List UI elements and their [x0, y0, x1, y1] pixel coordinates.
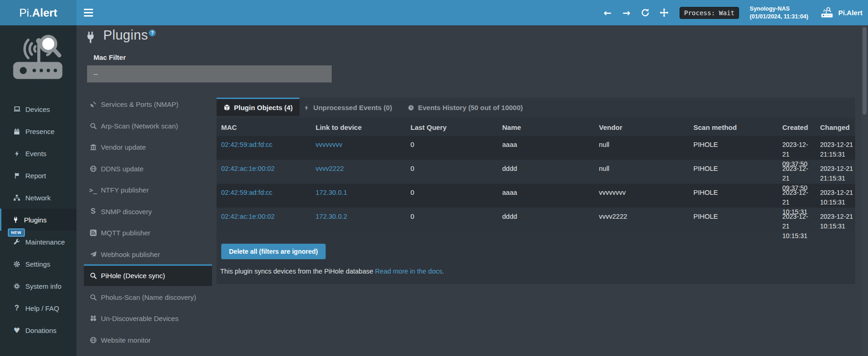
topbar-brand-text: Pi.Alert	[838, 9, 862, 17]
device-link[interactable]: 172.30.0.1	[316, 189, 347, 196]
plugin-nav-snmp-discovery[interactable]: S SNMP discovery	[84, 200, 212, 222]
tab-label: Plugin Objects (4)	[234, 104, 293, 111]
plugin-nav-label: DDNS update	[101, 165, 144, 173]
search-icon	[88, 123, 98, 129]
sidebar-toggle-icon[interactable]	[76, 0, 100, 25]
mac-filter-input[interactable]	[87, 65, 332, 82]
sidebar-item-label: System info	[25, 282, 61, 290]
device-link[interactable]: vvvv2222	[316, 165, 344, 172]
sidebar-item-label: Help / FAQ	[25, 304, 59, 312]
sidebar-item-events[interactable]: Events	[0, 142, 76, 164]
help-badge-icon[interactable]: ?	[149, 29, 156, 36]
mac-link[interactable]: 02:42:ac:1e:00:02	[221, 165, 275, 172]
mac-link[interactable]: 02:42:ac:1e:00:02	[221, 213, 275, 220]
mac-link[interactable]: 02:42:59:ad:fd:cc	[221, 189, 272, 196]
wrench-icon	[13, 239, 21, 245]
plugin-nav-ddns-update[interactable]: DDNS update	[84, 158, 212, 179]
col-mac: MAC	[217, 123, 311, 131]
plugin-nav-arp-scan[interactable]: Arp-Scan (Network scan)	[84, 115, 212, 136]
mac-link[interactable]: 02:42:59:ad:fd:cc	[221, 141, 272, 148]
page-scrollbar	[861, 25, 868, 356]
col-created: Created	[779, 123, 816, 131]
plugin-nav-services-ports[interactable]: Services & Ports (NMAP)	[84, 93, 212, 115]
delete-all-button[interactable]: Delete all (filters are ignored)	[221, 244, 326, 259]
sidebar-item-presence[interactable]: Presence	[0, 120, 76, 142]
table-row: 02:42:59:ad:fd:cc 172.30.0.1 0 aaaa vvvv…	[217, 184, 855, 208]
sidebar-item-donations[interactable]: ♥ Donations	[0, 319, 76, 341]
plugin-nav-pihole[interactable]: PiHole (Device sync)	[84, 264, 212, 286]
plugin-nav-label: Vendor update	[101, 143, 146, 151]
router-icon	[820, 7, 834, 18]
col-name: Name	[498, 123, 594, 131]
bank-icon	[88, 144, 98, 151]
sidebar-item-system-info[interactable]: System info	[0, 275, 76, 297]
back-icon[interactable]: ←	[602, 7, 613, 18]
forward-icon[interactable]: →	[621, 7, 632, 18]
plugin-nav-label: Website monitor	[101, 336, 151, 344]
col-scan-method: Scan method	[689, 123, 779, 131]
changed-cell: 2023-12-21 10:15:31	[816, 208, 855, 241]
last-query-cell: 0	[406, 208, 498, 241]
col-last-query: Last Query	[406, 123, 498, 131]
page-title: Plugins	[103, 28, 148, 43]
plugin-description-text: This plugin syncs devices from the PiHol…	[220, 268, 375, 275]
app-logo[interactable]: Pi.Alert	[0, 0, 76, 25]
plugin-nav-label: PiHole (Device sync)	[101, 272, 165, 280]
tab-plugin-objects[interactable]: Plugin Objects (4)	[217, 98, 299, 116]
tab-bar: Plugin Objects (4) Unprocessed Events (0…	[217, 98, 855, 116]
process-status-badge: Process: Wait	[680, 7, 739, 19]
mac-filter-label: Mac Filter	[94, 53, 126, 61]
sidebar-item-report[interactable]: Report	[0, 164, 76, 187]
tab-events-history[interactable]: Events History (50 out of 10000)	[396, 98, 534, 116]
top-navbar: Pi.Alert ← → Process: Wait Synology-NAS …	[0, 0, 868, 25]
tab-unprocessed-events[interactable]: Unprocessed Events (0)	[299, 98, 396, 116]
bolt-icon	[13, 150, 21, 157]
sidebar-item-plugins[interactable]: Plugins	[0, 209, 76, 231]
docs-link[interactable]: Read more in the docs.	[375, 268, 444, 275]
flag-icon	[13, 172, 21, 179]
main-content: Plugins ? Mac Filter Services & Ports (N…	[76, 25, 861, 356]
sidebar-menu: Devices Presence Events Report Network P…	[0, 98, 76, 341]
table-row: 02:42:ac:1e:00:02 172.30.0.2 0 dddd vvvv…	[217, 208, 855, 232]
plugin-nav-label: Webhook publisher	[101, 251, 160, 258]
plugin-nav-mqtt-publisher[interactable]: MQTT publisher	[84, 222, 212, 243]
chip-icon	[13, 283, 21, 290]
plugin-nav-webhook-publisher[interactable]: Webhook publisher	[84, 243, 212, 265]
plugin-nav-label: MQTT publisher	[101, 229, 150, 237]
plugin-nav-ntfy-publisher[interactable]: >_ NTFY publisher	[84, 179, 212, 200]
sidebar-item-network[interactable]: Network	[0, 187, 76, 209]
question-icon: ?	[13, 304, 21, 312]
rss-icon	[88, 229, 98, 236]
plugin-nav-undiscoverable-devices[interactable]: Un-Discoverable Devices	[84, 307, 212, 329]
plugin-nav-label: Un-Discoverable Devices	[101, 315, 178, 322]
heart-icon: ♥	[13, 326, 21, 335]
sidebar-item-label: Presence	[25, 128, 54, 135]
sidebar-item-label: Devices	[25, 105, 50, 113]
move-icon[interactable]	[659, 7, 670, 18]
device-link[interactable]: 172.30.0.2	[316, 213, 347, 220]
device-link[interactable]: vvvvvvvv	[316, 141, 342, 148]
paper-plane-icon	[88, 251, 98, 258]
sidebar-item-settings[interactable]: Settings	[0, 253, 76, 275]
satellite-dish-icon	[88, 101, 98, 108]
plugin-description: This plugin syncs devices from the PiHol…	[220, 268, 855, 275]
bolt-icon	[304, 105, 310, 111]
plugin-nav-label: SNMP discovery	[101, 208, 152, 216]
host-name: Synology-NAS	[750, 5, 808, 13]
tab-label: Unprocessed Events (0)	[313, 104, 392, 111]
sidebar-item-devices[interactable]: Devices	[0, 98, 76, 120]
plugin-nav-label: Arp-Scan (Network scan)	[101, 122, 178, 130]
tab-label: Events History (50 out of 10000)	[418, 104, 523, 111]
refresh-icon[interactable]	[640, 7, 651, 18]
plugin-nav-website-monitor[interactable]: Website monitor	[84, 329, 212, 350]
sidebar-item-label: Donations	[25, 327, 57, 334]
topbar-right-cluster: ← → Process: Wait Synology-NAS (01/01/20…	[602, 0, 868, 25]
table-row: 02:42:ac:1e:00:02 vvvv2222 0 dddd null P…	[217, 160, 855, 184]
name-cell: dddd	[498, 208, 594, 241]
scrollbar-thumb[interactable]	[862, 27, 867, 115]
sidebar-item-help-faq[interactable]: ? Help / FAQ	[0, 297, 76, 319]
plugin-nav-label: NTFY publisher	[101, 186, 149, 194]
plugin-nav-vendor-update[interactable]: Vendor update	[84, 136, 212, 158]
plugin-nav-pholus-scan[interactable]: Pholus-Scan (Name discovery)	[84, 286, 212, 308]
brand-bold: Alert	[32, 6, 58, 19]
